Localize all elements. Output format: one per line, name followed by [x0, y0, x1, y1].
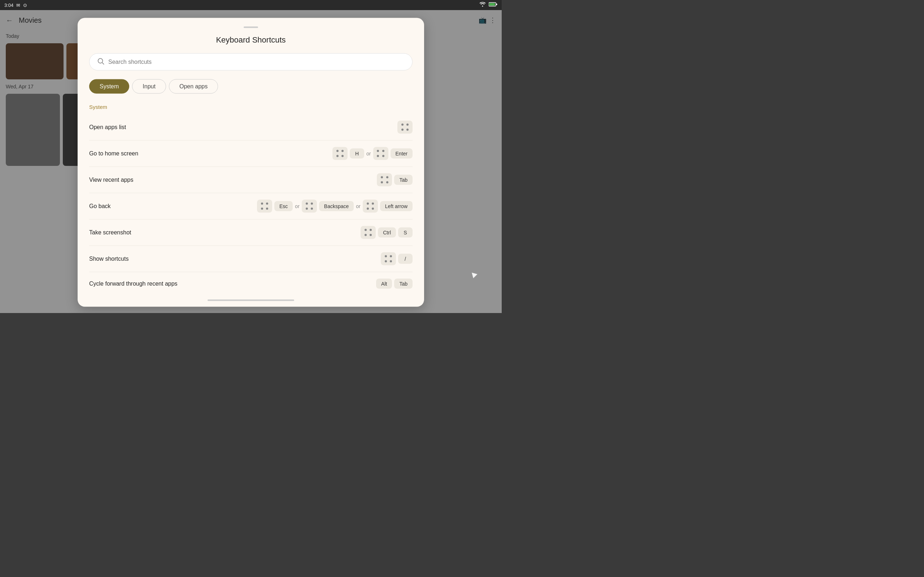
search-bar[interactable]: [89, 53, 412, 71]
shortcut-name-screenshot: Take screenshot: [89, 229, 131, 236]
key-tab-cycle: Tab: [394, 279, 412, 289]
key-left-arrow: Left arrow: [380, 201, 412, 211]
shortcut-keys-screenshot: Ctrl S: [360, 226, 412, 239]
shortcut-keys-back: Esc or Backspace or Left arrow: [257, 200, 412, 213]
key-launcher-6: [363, 200, 378, 213]
shortcut-name-back: Go back: [89, 203, 111, 210]
svg-line-4: [102, 63, 104, 64]
shortcut-row-recent: View recent apps Tab: [89, 167, 412, 193]
shortcut-row-open-apps-list: Open apps list: [89, 114, 412, 141]
modal-handle: [244, 27, 258, 28]
shortcut-row-cycle: Cycle forward through recent apps Alt Ta…: [89, 272, 412, 295]
shortcut-name-show-shortcuts: Show shortcuts: [89, 256, 129, 262]
shortcut-name-recent: View recent apps: [89, 177, 133, 183]
key-launcher-2: [373, 147, 388, 160]
tab-input[interactable]: Input: [132, 79, 166, 94]
or-text-3: or: [356, 203, 360, 209]
shortcut-keys-cycle: Alt Tab: [376, 279, 412, 289]
key-alt: Alt: [376, 279, 392, 289]
record-icon: ⊙: [23, 3, 27, 8]
key-h: H: [350, 148, 364, 159]
shortcut-keys-home: H or Enter: [333, 147, 412, 160]
battery-icon: [489, 2, 498, 8]
shortcut-name-home: Go to home screen: [89, 150, 138, 157]
mail-icon: ✉: [16, 3, 20, 8]
key-launcher-7: [360, 226, 376, 239]
key-enter: Enter: [391, 148, 412, 159]
tab-bar: System Input Open apps: [89, 79, 412, 94]
key-slash: /: [398, 254, 412, 264]
shortcut-row-home: Go to home screen H or Enter: [89, 141, 412, 167]
key-launcher: [397, 121, 412, 134]
tab-system[interactable]: System: [89, 79, 129, 94]
shortcut-name-open-apps: Open apps list: [89, 124, 126, 131]
shortcut-name-cycle: Cycle forward through recent apps: [89, 280, 178, 287]
key-launcher-1: [333, 147, 347, 160]
shortcut-row-screenshot: Take screenshot Ctrl S: [89, 220, 412, 246]
key-backspace: Backspace: [319, 201, 354, 211]
key-launcher-5: [302, 200, 317, 213]
shortcut-row-back: Go back Esc or Backspace or Left arrow: [89, 193, 412, 220]
or-text-1: or: [366, 151, 371, 156]
svg-rect-1: [489, 3, 495, 6]
key-launcher-4: [257, 200, 272, 213]
status-bar: 3:04 ✉ ⊙: [0, 0, 502, 10]
shortcut-row-show-shortcuts: Show shortcuts /: [89, 246, 412, 272]
shortcuts-list: Open apps list Go to home screen H or En…: [89, 114, 412, 295]
time-display: 3:04: [4, 3, 13, 8]
search-icon: [97, 57, 105, 67]
section-header-system: System: [89, 102, 412, 111]
key-launcher-3: [377, 174, 392, 187]
key-tab-recent: Tab: [394, 175, 412, 185]
or-text-2: or: [295, 203, 299, 209]
status-bar-left: 3:04 ✉ ⊙: [4, 3, 27, 8]
key-esc: Esc: [274, 201, 293, 211]
status-bar-right: [479, 2, 498, 8]
modal-title: Keyboard Shortcuts: [89, 35, 412, 45]
svg-rect-2: [496, 3, 498, 5]
key-ctrl: Ctrl: [378, 227, 396, 238]
svg-point-3: [98, 58, 103, 63]
shortcut-keys-show-shortcuts: /: [381, 253, 412, 266]
wifi-icon: [479, 2, 486, 8]
keyboard-shortcuts-modal: Keyboard Shortcuts System Input Open app…: [78, 18, 424, 307]
tab-open-apps[interactable]: Open apps: [169, 79, 218, 94]
scrollbar[interactable]: [208, 300, 294, 301]
key-launcher-8: [381, 253, 396, 266]
key-s: S: [398, 227, 412, 238]
shortcut-keys-recent: Tab: [377, 174, 412, 187]
search-input[interactable]: [108, 59, 405, 65]
shortcut-keys-open-apps: [397, 121, 412, 134]
